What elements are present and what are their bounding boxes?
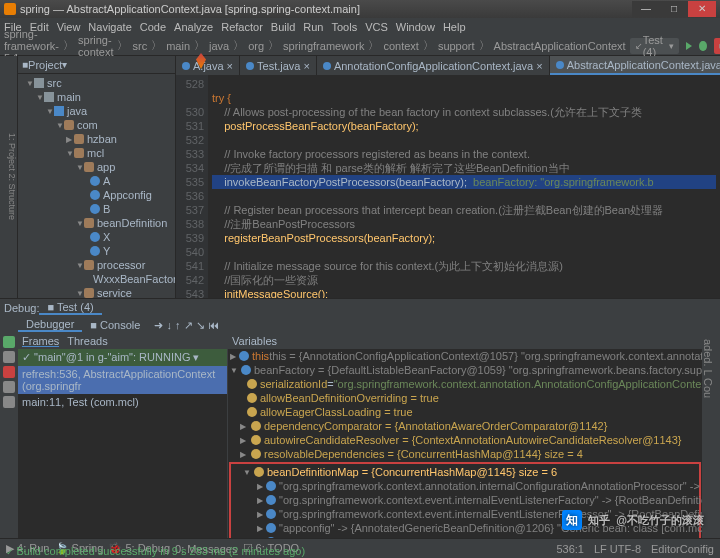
var-row[interactable]: serializationId = serializationId = "org…	[228, 377, 702, 391]
menu-view[interactable]: View	[57, 21, 81, 33]
app-icon	[4, 3, 16, 15]
stop-button[interactable]: ■	[714, 38, 720, 54]
bc-item[interactable]: src	[132, 40, 147, 52]
var-row[interactable]: ▶dependencyComparator = {AnnotationAware…	[228, 419, 702, 433]
variables-panel: Variables ▶thisthis = {AnnotationConfigA…	[228, 333, 702, 538]
var-row[interactable]: ▶resolvableDependencies = {ConcurrentHas…	[228, 447, 702, 461]
stack-frame[interactable]: refresh:536, AbstractApplicationContext …	[18, 366, 227, 394]
run-toolbar: ↙ Test (4) ▾ ■	[630, 38, 720, 54]
resume-icon[interactable]	[3, 336, 15, 348]
tree-folder[interactable]: ▼main	[18, 90, 175, 104]
maximize-button[interactable]: □	[660, 1, 688, 17]
bc-item[interactable]: support	[438, 40, 475, 52]
build-status-text: ✓ Build completed successfully in 9 s 28…	[6, 545, 305, 557]
menu-code[interactable]: Code	[140, 21, 166, 33]
project-tree: ▼src ▼main ▼java ▼com ▶hzban ▼mcl ▼app A…	[18, 74, 175, 298]
debug-tabbar: Debug: ■ Test (4)	[0, 299, 720, 317]
debug-label: Debug:	[4, 302, 39, 314]
minimize-button[interactable]: —	[632, 1, 660, 17]
left-gutter[interactable]: 1: Project 2: Structure	[0, 56, 18, 298]
bc-item[interactable]: springframework	[283, 40, 364, 52]
editor-tabs: A.java × Test.java × AnnotationConfigApp…	[176, 56, 720, 75]
tree-package[interactable]: ▶hzban	[18, 132, 175, 146]
tree-folder[interactable]: ▼java	[18, 104, 175, 118]
tree-class[interactable]: Y	[18, 244, 175, 258]
editor: A.java × Test.java × AnnotationConfigApp…	[176, 56, 720, 298]
titlebar: spring — AbstractApplicationContext.java…	[0, 0, 720, 18]
encoding[interactable]: LF UTF-8	[594, 543, 641, 555]
cursor-position[interactable]: 536:1	[556, 543, 584, 555]
tree-package[interactable]: ▼beanDefinition	[18, 216, 175, 230]
tree-class[interactable]: Appconfig	[18, 188, 175, 202]
frames-panel: FramesThreads ✓ "main"@1 in g-"aim": RUN…	[18, 333, 228, 538]
tab-frames[interactable]: Frames	[22, 335, 59, 347]
view-bp-icon[interactable]	[3, 381, 15, 393]
tree-folder[interactable]: ▼src	[18, 76, 175, 90]
var-row[interactable]: ▶thisthis = {AnnotationConfigApplication…	[228, 349, 702, 363]
tab-test[interactable]: Test.java ×	[240, 56, 317, 75]
menu-tools[interactable]: Tools	[331, 21, 357, 33]
tree-package[interactable]: ▼service	[18, 286, 175, 298]
menu-run[interactable]: Run	[303, 21, 323, 33]
tab-debugger[interactable]: Debugger	[18, 318, 82, 332]
debug-toolbar	[0, 333, 18, 538]
var-row[interactable]: allowBeanDefinitionOverriding = true	[228, 391, 702, 405]
stack-frame[interactable]: main:11, Test (com.mcl)	[18, 394, 227, 410]
tree-package[interactable]: ▼processor	[18, 258, 175, 272]
var-row[interactable]: ▶autowireCandidateResolver = {ContextAnn…	[228, 433, 702, 447]
menu-help[interactable]: Help	[443, 21, 466, 33]
run-config[interactable]: ↙ Test (4) ▾	[630, 38, 680, 54]
bc-item[interactable]: spring-context	[78, 34, 113, 58]
bc-item[interactable]: main	[166, 40, 190, 52]
debug-tab-test[interactable]: ■ Test (4)	[39, 301, 101, 315]
debug-button[interactable]	[699, 41, 706, 51]
var-row[interactable]: ▼beanFactory = {DefaultListableBeanFacto…	[228, 363, 702, 377]
tree-package[interactable]: ▼com	[18, 118, 175, 132]
menu-window[interactable]: Window	[396, 21, 435, 33]
project-header[interactable]: ■ Project ▾	[18, 56, 175, 74]
breadcrumb: spring-framework-5.1.x〉 spring-context〉 …	[0, 36, 720, 56]
tab-console[interactable]: ■ Console	[82, 319, 148, 331]
run-button[interactable]	[686, 42, 692, 50]
tree-class[interactable]: X	[18, 230, 175, 244]
gutter-line-numbers: 528 530531532533534535536537538539540541…	[176, 75, 208, 298]
zhihu-logo-icon: 知	[562, 510, 582, 530]
pause-icon[interactable]	[3, 351, 15, 363]
tree-package[interactable]: ▼mcl	[18, 146, 175, 160]
tab-abstract[interactable]: AbstractApplicationContext.java ×	[550, 56, 720, 75]
debug-panel: Debug: ■ Test (4) Debugger ■ Console ➜ ↓…	[0, 298, 720, 538]
var-row[interactable]: ▶"org.springframework.context.event.inte…	[231, 493, 699, 507]
code-content[interactable]: try { // Allows post-processing of the b…	[208, 75, 720, 298]
thread-selector[interactable]: ✓ "main"@1 in g-"aim": RUNNING ▾	[18, 349, 227, 366]
code-area[interactable]: 528 530531532533534535536537538539540541…	[176, 75, 720, 298]
close-button[interactable]: ✕	[688, 1, 716, 17]
bc-class[interactable]: AbstractApplicationContext	[494, 40, 626, 52]
bc-item[interactable]: java	[209, 40, 229, 52]
tab-threads[interactable]: Threads	[67, 335, 107, 347]
menu-build[interactable]: Build	[271, 21, 295, 33]
menu-vcs[interactable]: VCS	[365, 21, 388, 33]
menu-refactor[interactable]: Refactor	[221, 21, 263, 33]
mute-bp-icon[interactable]	[3, 396, 15, 408]
stop-icon[interactable]	[3, 366, 15, 378]
var-row[interactable]: ▼beanDefinitionMap = {ConcurrentHashMap@…	[231, 465, 699, 479]
tree-package[interactable]: ▼app	[18, 160, 175, 174]
tree-class[interactable]: WxxxBeanFactoryPostproc	[18, 272, 175, 286]
menu-navigate[interactable]: Navigate	[88, 21, 131, 33]
var-row[interactable]: ▶"org.springframework.context.annotation…	[231, 479, 699, 493]
tree-class[interactable]: A	[18, 174, 175, 188]
bc-item[interactable]: context	[383, 40, 418, 52]
breakpoint-line[interactable]: invokeBeanFactoryPostProcessors(beanFact…	[212, 175, 716, 189]
variables-header: Variables	[228, 333, 702, 349]
right-gutter: aded. L Cou	[702, 333, 720, 538]
bc-item[interactable]: org	[248, 40, 264, 52]
tree-class[interactable]: B	[18, 202, 175, 216]
window-title: spring — AbstractApplicationContext.java…	[20, 3, 360, 15]
tab-a[interactable]: A.java ×	[176, 56, 240, 75]
tab-anno[interactable]: AnnotationConfigApplicationContext.java …	[317, 56, 550, 75]
watermark: 知 知乎 @不吃竹子的滚滚	[562, 510, 704, 530]
var-row[interactable]: allowEagerClassLoading = true	[228, 405, 702, 419]
project-panel: ■ Project ▾ ▼src ▼main ▼java ▼com ▶hzban…	[18, 56, 176, 298]
editor-config[interactable]: EditorConifig	[651, 543, 714, 555]
menu-analyze[interactable]: Analyze	[174, 21, 213, 33]
